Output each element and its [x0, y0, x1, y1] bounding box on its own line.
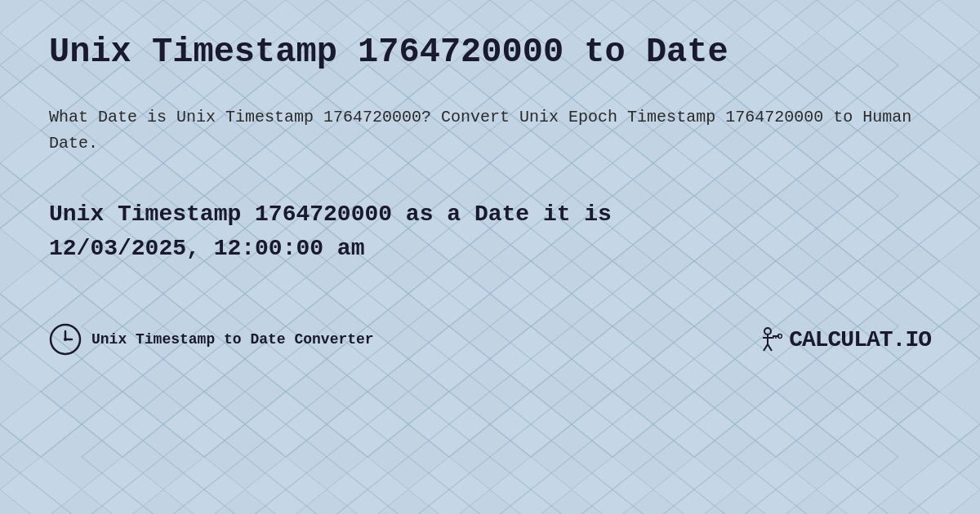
- page-title: Unix Timestamp 1764720000 to Date: [49, 33, 931, 72]
- logo-text: CALCULAT.IO: [789, 327, 931, 352]
- svg-point-89: [64, 338, 67, 341]
- svg-line-94: [768, 344, 772, 351]
- result-line2: 12/03/2025, 12:00:00 am: [49, 236, 364, 261]
- logo-icon: [753, 325, 782, 354]
- clock-icon: [49, 323, 82, 356]
- footer: Unix Timestamp to Date Converter CALCULA…: [49, 307, 931, 356]
- svg-point-96: [778, 335, 782, 339]
- footer-label: Unix Timestamp to Date Converter: [91, 331, 374, 348]
- result-text: Unix Timestamp 1764720000 as a Date it i…: [49, 197, 931, 266]
- result-line1: Unix Timestamp 1764720000 as a Date it i…: [49, 202, 612, 227]
- result-section: Unix Timestamp 1764720000 as a Date it i…: [49, 197, 931, 266]
- logo-area: CALCULAT.IO: [753, 325, 931, 354]
- svg-point-90: [764, 328, 771, 335]
- footer-left: Unix Timestamp to Date Converter: [49, 323, 374, 356]
- page-description: What Date is Unix Timestamp 1764720000? …: [49, 104, 931, 157]
- svg-line-93: [764, 344, 768, 351]
